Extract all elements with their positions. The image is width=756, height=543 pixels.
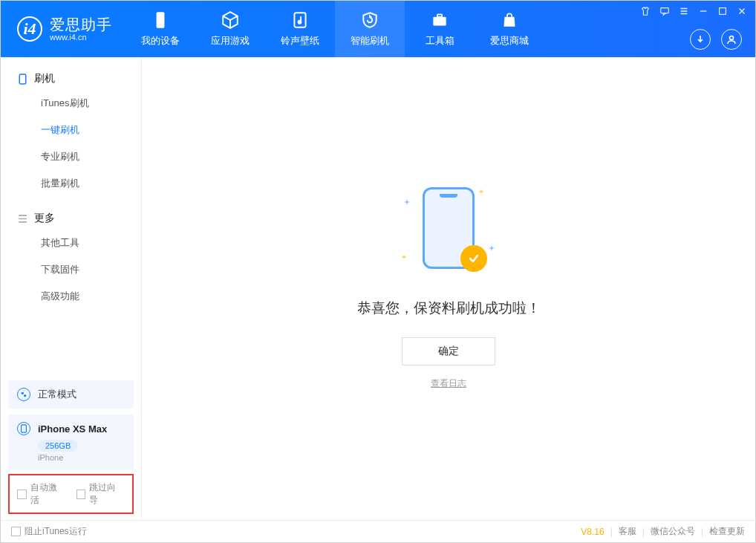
- user-button[interactable]: [721, 29, 742, 50]
- ok-button[interactable]: 确定: [402, 337, 495, 365]
- sparkle-icon: [489, 241, 495, 247]
- svg-rect-4: [437, 14, 443, 16]
- svg-rect-5: [661, 8, 669, 13]
- cube-icon: [221, 10, 240, 30]
- device-type: iPhone: [38, 453, 125, 462]
- sparkle-icon: [478, 184, 484, 190]
- sparkle-icon: [404, 195, 410, 201]
- device-small-icon: [17, 74, 28, 85]
- success-message: 恭喜您，保资料刷机成功啦！: [357, 299, 541, 318]
- window-controls: [639, 5, 748, 17]
- header-actions: [690, 29, 742, 50]
- svg-point-10: [24, 394, 26, 397]
- sidebar-group-more[interactable]: 更多: [1, 207, 141, 230]
- feedback-icon[interactable]: [659, 5, 671, 17]
- main-content: 恭喜您，保资料刷机成功啦！ 确定 查看日志: [142, 57, 755, 520]
- checkbox-auto-activate[interactable]: 自动激活: [17, 481, 66, 507]
- nav-apps[interactable]: 应用游戏: [195, 1, 265, 57]
- close-icon[interactable]: [736, 5, 748, 17]
- sidebar-item-itunes[interactable]: iTunes刷机: [1, 90, 141, 117]
- mode-label: 正常模式: [38, 388, 76, 401]
- checkbox-skip-guide[interactable]: 跳过向导: [76, 481, 126, 507]
- sidebar: 刷机 iTunes刷机 一键刷机 专业刷机 批量刷机 更多 其他工具 下载固件 …: [1, 57, 142, 520]
- sidebar-item-batch[interactable]: 批量刷机: [1, 170, 141, 197]
- view-log-link[interactable]: 查看日志: [431, 377, 466, 390]
- list-icon: [17, 213, 28, 224]
- sparkle-icon: [401, 250, 407, 256]
- checkbox-block-itunes[interactable]: 阻止iTunes运行: [11, 525, 87, 538]
- sidebar-group-flash[interactable]: 刷机: [1, 68, 141, 90]
- app-title: 爱思助手: [50, 16, 112, 33]
- maximize-icon[interactable]: [717, 5, 729, 17]
- sidebar-item-firmware[interactable]: 下载固件: [1, 256, 141, 283]
- bag-icon: [500, 10, 519, 30]
- wechat-link[interactable]: 微信公众号: [651, 525, 695, 538]
- support-link[interactable]: 客服: [619, 525, 636, 538]
- nav-ringtone[interactable]: 铃声壁纸: [265, 1, 335, 57]
- sidebar-item-pro[interactable]: 专业刷机: [1, 143, 141, 170]
- version-label: V8.16: [581, 527, 604, 537]
- skin-icon[interactable]: [639, 5, 651, 17]
- device-phone-icon: [17, 422, 30, 435]
- device-box[interactable]: iPhone XS Max 256GB iPhone: [8, 414, 134, 469]
- svg-rect-3: [433, 17, 446, 26]
- phone-icon: [151, 10, 170, 30]
- mode-icon: [17, 388, 30, 401]
- logo-icon: i4: [17, 16, 42, 42]
- svg-rect-6: [720, 8, 726, 15]
- device-capacity: 256GB: [38, 440, 78, 452]
- minimize-icon[interactable]: [697, 5, 709, 17]
- highlighted-options: 自动激活 跳过向导: [8, 474, 134, 514]
- sidebar-item-other[interactable]: 其他工具: [1, 230, 141, 256]
- nav-toolbox[interactable]: 工具箱: [405, 1, 475, 57]
- app-header: i4 爱思助手 www.i4.cn 我的设备 应用游戏 铃声壁纸 智能刷机 工具…: [1, 1, 755, 57]
- svg-rect-11: [22, 425, 27, 432]
- sidebar-item-oneclick[interactable]: 一键刷机: [1, 117, 141, 143]
- sidebar-item-advanced[interactable]: 高级功能: [1, 283, 141, 310]
- svg-point-9: [22, 392, 24, 394]
- svg-point-2: [299, 21, 302, 24]
- nav-store[interactable]: 爱思商城: [475, 1, 544, 57]
- logo[interactable]: i4 爱思助手 www.i4.cn: [1, 1, 126, 57]
- checkbox-icon: [11, 527, 21, 536]
- briefcase-icon: [430, 10, 449, 30]
- checkbox-icon: [76, 490, 86, 499]
- main-nav: 我的设备 应用游戏 铃声壁纸 智能刷机 工具箱 爱思商城: [126, 1, 544, 57]
- nav-flash[interactable]: 智能刷机: [335, 1, 405, 57]
- success-illustration: [411, 187, 486, 276]
- music-file-icon: [290, 10, 310, 30]
- menu-icon[interactable]: [678, 5, 690, 17]
- device-name: iPhone XS Max: [38, 423, 107, 435]
- svg-rect-8: [19, 74, 26, 84]
- checkbox-icon: [17, 490, 27, 499]
- refresh-shield-icon: [360, 10, 379, 30]
- svg-rect-0: [157, 12, 165, 28]
- mode-box[interactable]: 正常模式: [8, 380, 134, 409]
- check-badge-icon: [460, 245, 487, 272]
- footer: 阻止iTunes运行 V8.16 | 客服 | 微信公众号 | 检查更新: [1, 520, 755, 542]
- update-link[interactable]: 检查更新: [709, 525, 745, 538]
- app-subtitle: www.i4.cn: [50, 33, 112, 42]
- download-button[interactable]: [690, 29, 711, 50]
- nav-my-device[interactable]: 我的设备: [126, 1, 195, 57]
- svg-point-7: [730, 36, 734, 40]
